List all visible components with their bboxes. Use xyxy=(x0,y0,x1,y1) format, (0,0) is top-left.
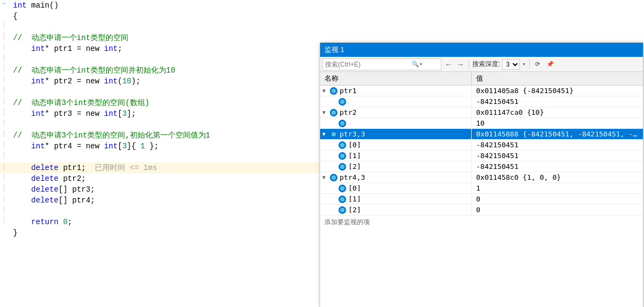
line-bar-18: │ xyxy=(2,184,13,192)
line-bar-19: │ xyxy=(2,195,13,203)
dropdown-arrow-icon: ▾ xyxy=(522,61,526,68)
code-line-content-15 xyxy=(13,152,317,162)
code-line-17: │ delete ptr2; xyxy=(0,173,320,184)
watch-title-label: 监视 1 xyxy=(324,45,344,54)
code-line-content-20 xyxy=(13,206,317,217)
watch-row-ptr1-child-value: -842150451 xyxy=(472,96,643,107)
code-line-13: │ // 动态申请3个int类型的空间,初始化第一个空间值为1 xyxy=(0,130,320,141)
watch-row-ptr3-0: ▼ [0] -842150451 xyxy=(320,140,643,151)
watch-panel: 监视 1 🔍 ▾ ← → 搜索深度: 3 1 2 5 ▾ ⟳ 📌 名称 值 xyxy=(320,42,643,307)
watch-row-ptr3-0-name: ▼ [0] xyxy=(320,140,472,150)
ptr3-1-icon xyxy=(339,152,346,160)
ptr3-0-icon xyxy=(339,141,346,149)
watch-row-ptr4-name: ▼ ptr4,3 xyxy=(320,172,472,182)
code-line-14: │ int* ptr4 = new int[3]{ 1 }; xyxy=(0,141,320,152)
code-line-12: │ xyxy=(0,119,320,130)
code-line-7: │ // 动态申请一个int类型的空间并初始化为10 xyxy=(0,65,320,76)
watch-row-ptr2[interactable]: ▼ ptr2 0x011147ca0 {10} xyxy=(320,107,643,118)
watch-row-ptr3-name: ▼ ptr3,3 xyxy=(320,129,472,139)
line-bar-9: │ xyxy=(2,87,13,94)
watch-search-box[interactable]: 🔍 ▾ xyxy=(322,58,441,70)
watch-refresh-button[interactable]: ⟳ xyxy=(533,60,542,69)
watch-row-ptr4-0-value: 1 xyxy=(472,183,643,193)
code-line-content-18: delete[] ptr3; xyxy=(13,184,317,195)
line-bar-16: │ xyxy=(2,162,13,170)
code-line-content-16: delete ptr1; 已用时间 <= 1ms xyxy=(13,162,317,173)
code-line-10: │ // 动态申请3个int类型的空间(数组) xyxy=(0,97,320,108)
search-icon[interactable]: 🔍 xyxy=(412,61,419,68)
code-line-6: │ xyxy=(0,54,320,65)
code-line-21: │ return 0; xyxy=(0,217,320,227)
watch-row-ptr4-0: ▼ [0] 1 xyxy=(320,183,643,194)
watch-row-ptr1-name: ▼ ptr1 xyxy=(320,86,472,96)
watch-row-ptr4-1: ▼ [1] 0 xyxy=(320,194,643,205)
search-dropdown-icon[interactable]: ▾ xyxy=(419,61,423,68)
code-line-1: − int main() xyxy=(0,0,320,11)
watch-row-ptr3-1: ▼ [1] -842150451 xyxy=(320,151,643,161)
ptr4-1-label: [1] xyxy=(348,195,361,203)
ptr3-1-label: [1] xyxy=(348,152,361,160)
code-line-22: } xyxy=(0,227,320,238)
depth-select[interactable]: 3 1 2 5 xyxy=(502,59,520,70)
watch-row-ptr2-child: ▼ 10 xyxy=(320,118,643,129)
watch-row-ptr3-value: 0x01145888 {-842150451, -842150451, -84.… xyxy=(472,129,643,139)
watch-row-ptr3-1-name: ▼ [1] xyxy=(320,151,472,161)
code-line-content-19: delete[] ptr4; xyxy=(13,195,317,206)
watch-row-ptr1-child: ▼ -842150451 xyxy=(320,96,643,107)
watch-search-input[interactable] xyxy=(325,61,412,68)
watch-row-ptr4-2-value: 0 xyxy=(472,205,643,215)
watch-row-ptr3-2-name: ▼ [2] xyxy=(320,161,472,172)
search-back-button[interactable]: ← xyxy=(444,60,453,69)
code-line-content-12 xyxy=(13,119,317,130)
watch-add-row[interactable]: 添加要监视的项 xyxy=(320,215,643,229)
code-line-15: │ xyxy=(0,152,320,162)
code-line-content-11: int* ptr3 = new int[3]; xyxy=(13,108,317,119)
ptr1-name-label: ptr1 xyxy=(340,87,356,95)
code-line-16: │ delete ptr1; 已用时间 <= 1ms xyxy=(0,162,320,173)
code-editor: − int main() { │ │ // 动态申请一个int类型的空间 │ i… xyxy=(0,0,320,307)
code-line-content-5: int* ptr1 = new int; xyxy=(13,43,317,54)
code-comment-1: // 动态申请一个int类型的空间 xyxy=(13,32,317,43)
watch-row-ptr3-2: ▼ [2] -842150451 xyxy=(320,161,643,172)
line-bar-6: │ xyxy=(2,54,13,62)
expand-ptr1-icon[interactable]: ▼ xyxy=(322,88,330,94)
code-line-content-3 xyxy=(13,22,317,32)
expand-ptr3-icon[interactable]: ▼ xyxy=(322,131,330,137)
ptr4-1-icon xyxy=(339,195,346,203)
line-bar-10: │ xyxy=(2,97,13,105)
watch-row-ptr4[interactable]: ▼ ptr4,3 0x011458c0 {1, 0, 0} xyxy=(320,172,643,183)
ptr3-var-icon xyxy=(330,130,337,138)
watch-row-ptr3[interactable]: ▼ ptr3,3 0x01145888 {-842150451, -842150… xyxy=(320,129,643,140)
code-comment-3: // 动态申请3个int类型的空间(数组) xyxy=(13,97,317,108)
watch-pin-button[interactable]: 📌 xyxy=(544,60,556,69)
collapse-icon[interactable]: − xyxy=(2,0,13,8)
line-bar-17: │ xyxy=(2,173,13,181)
ptr3-name-label: ptr3,3 xyxy=(340,130,365,138)
line-bar-8: │ xyxy=(2,76,13,83)
line-bar-7: │ xyxy=(2,65,13,73)
line-bar-21: │ xyxy=(2,217,13,224)
code-line-content-1: int main() xyxy=(13,0,317,11)
code-line-content-2: { xyxy=(13,11,317,22)
watch-add-row-label: 添加要监视的项 xyxy=(324,218,370,226)
watch-row-ptr1-value: 0x011405a8 {-842150451} xyxy=(472,86,643,96)
expand-ptr2-icon[interactable]: ▼ xyxy=(322,109,330,115)
search-forward-button[interactable]: → xyxy=(456,60,465,69)
expand-ptr4-icon[interactable]: ▼ xyxy=(322,174,330,180)
line-bar-3: │ xyxy=(2,22,13,29)
watch-row-ptr1[interactable]: ▼ ptr1 0x011405a8 {-842150451} xyxy=(320,86,643,96)
line-bar-20: │ xyxy=(2,206,13,213)
watch-header-name: 名称 xyxy=(320,72,472,85)
line-bar-12: │ xyxy=(2,119,13,127)
watch-row-ptr2-child-value: 10 xyxy=(472,118,643,128)
code-line-content-22: } xyxy=(13,227,317,238)
code-comment-2: // 动态申请一个int类型的空间并初始化为10 xyxy=(13,65,317,76)
toolbar-separator-1 xyxy=(469,60,469,69)
code-line-9: │ xyxy=(0,87,320,97)
ptr4-0-icon xyxy=(339,185,346,192)
watch-toolbar: 🔍 ▾ ← → 搜索深度: 3 1 2 5 ▾ ⟳ 📌 xyxy=(320,57,643,72)
ptr2-child-icon xyxy=(339,120,346,127)
ptr3-0-label: [0] xyxy=(348,141,361,149)
watch-table[interactable]: 名称 值 ▼ ptr1 0x011405a8 {-842150451} ▼ -8… xyxy=(320,72,643,307)
watch-row-ptr4-2-name: ▼ [2] xyxy=(320,205,472,215)
